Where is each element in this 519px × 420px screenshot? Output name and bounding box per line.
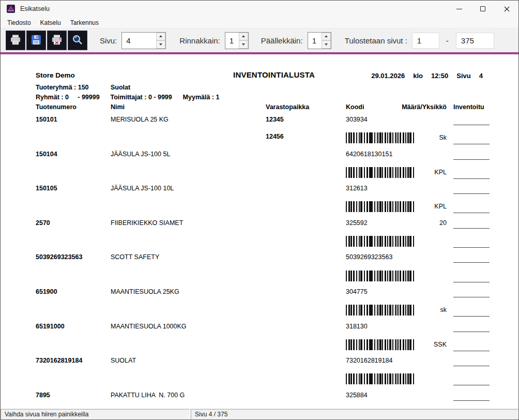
status-page-panel: Sivu 4 / 375: [191, 409, 518, 419]
report-group-label: Tuoteryhmä : 150: [36, 84, 89, 91]
window-title: Esikatselu: [20, 5, 50, 12]
quantity-unit: SSK: [367, 341, 447, 348]
print-range-label: Tulostetaan sivut :: [345, 36, 407, 45]
quantity-unit: 20: [367, 219, 447, 227]
print-setup-button[interactable]: [47, 31, 67, 50]
report-group-name: Suolat: [111, 84, 130, 91]
product-code: 325884: [346, 392, 368, 399]
inventory-writing-line: [453, 282, 490, 282]
stacked-spinner: [308, 32, 331, 49]
toolbar: Sivu: Rinnakkain: Päällekkäin: Tuloste: [1, 28, 518, 52]
page-spin-down-icon[interactable]: [156, 40, 165, 49]
page-spin-up-icon[interactable]: [156, 33, 165, 41]
inventory-writing-line: [453, 385, 490, 385]
parallel-input[interactable]: [225, 33, 239, 49]
inventory-writing-line: [453, 193, 490, 194]
floppy-disk-icon: [30, 34, 42, 48]
report-row: 12456Sk: [36, 132, 518, 149]
report-row: 150104JÄÄSULA JS-100 5L6420618130151: [36, 150, 518, 167]
inventory-writing-line: [453, 351, 490, 351]
report-row: KPL: [36, 167, 518, 184]
product-name: MERISUOLA 25 KG: [111, 116, 169, 123]
report-row: 7320162819184SUOLAT7320162819184: [36, 356, 518, 373]
status-page-text: Sivu 4 / 375: [195, 411, 227, 418]
quantity-unit: KPL: [367, 203, 447, 210]
zoom-button[interactable]: [68, 31, 87, 50]
report-page: Store Demo INVENTOINTIALUSTA 29.01.2026 …: [1, 54, 518, 408]
inventory-writing-line: [453, 262, 490, 263]
inventory-writing-line: [453, 366, 490, 366]
statusbar: Vaihda sivua hiiren painikkeilla Sivu 4 …: [1, 408, 518, 419]
product-number: 7320162819184: [36, 357, 82, 364]
maximize-icon[interactable]: [471, 1, 495, 17]
report-row: SSK: [36, 339, 518, 356]
storage-location: 12345: [266, 116, 284, 123]
menu-tiedosto[interactable]: Tiedosto: [3, 17, 36, 28]
product-number: 7895: [36, 392, 50, 399]
product-name: JÄÄSULA JS-100 10L: [111, 185, 174, 192]
stacked-label: Päällekkäin:: [261, 36, 303, 45]
product-name: PAKATTU LIHA N. 700 G: [111, 392, 185, 399]
preview-area[interactable]: Store Demo INVENTOINTIALUSTA 29.01.2026 …: [1, 54, 518, 408]
col-koodi: Koodi: [346, 103, 364, 111]
report-row: sk: [36, 305, 518, 322]
parallel-spin-down-icon[interactable]: [239, 40, 248, 49]
report-row: 651900MAANTIESUOLA 25KG304775: [36, 288, 518, 305]
report-row: KPL: [36, 201, 518, 218]
report-row: 2570FIIBERIKIEKKO SIAMET32559220: [36, 219, 518, 236]
stacked-spin-down-icon[interactable]: [322, 40, 331, 49]
save-button[interactable]: [26, 31, 46, 50]
col-inventoitu: Inventoitu: [453, 103, 484, 111]
parallel-spin-up-icon[interactable]: [239, 33, 248, 41]
report-page-label: Sivu: [456, 72, 470, 80]
menu-tarkennus[interactable]: Tarkennus: [66, 17, 103, 28]
product-code: 325592: [346, 219, 368, 227]
product-code: 312613: [346, 185, 368, 192]
range-separator: -: [446, 36, 449, 45]
product-code: 304775: [346, 288, 368, 295]
minimize-icon[interactable]: [447, 1, 471, 17]
col-nimi: Nimi: [111, 103, 125, 111]
menu-katselu[interactable]: Katselu: [36, 17, 66, 28]
barcode-icon: [346, 271, 414, 281]
inventory-writing-line: [453, 125, 490, 125]
printer-icon: [9, 34, 22, 48]
report-row: [36, 271, 518, 288]
product-code: 7320162819184: [346, 357, 392, 364]
stacked-input[interactable]: [308, 33, 322, 49]
product-name: SCOTT SAFETY: [111, 253, 159, 261]
status-hint-text: Vaihda sivua hiiren painikkeilla: [5, 411, 89, 418]
barcode-icon: [346, 236, 414, 247]
report-group-line: Tuoteryhmä : 150 Suolat: [36, 84, 518, 92]
range-from-input[interactable]: [412, 33, 439, 49]
report-page-number: 4: [479, 72, 483, 80]
stacked-spin-up-icon[interactable]: [322, 33, 331, 41]
page-number-input[interactable]: [122, 33, 156, 49]
quantity-unit: sk: [367, 306, 447, 313]
range-to-input[interactable]: [456, 33, 494, 49]
report-filters-line: Ryhmät : 0 - 99999 Toimittajat : 0 - 999…: [36, 94, 219, 101]
report-row: [36, 236, 518, 253]
product-number: 150104: [36, 151, 57, 158]
col-varastopaikka: Varastopaikka: [266, 103, 309, 111]
col-maara-yksikko: Määrä/Yksikkö: [367, 103, 447, 111]
report-row: 7895PAKATTU LIHA N. 700 G325884: [36, 391, 518, 408]
report-date: 29.01.2026: [371, 72, 405, 80]
report-time-label: klo: [413, 72, 423, 80]
product-name: FIIBERIKIEKKO SIAMET: [111, 219, 183, 227]
inventory-writing-line: [453, 316, 490, 317]
close-icon[interactable]: [495, 1, 518, 17]
product-number: 150101: [36, 116, 57, 123]
product-code: 318130: [346, 323, 368, 330]
inventory-writing-line: [453, 228, 490, 229]
menubar: Tiedosto Katselu Tarkennus: [1, 17, 518, 28]
product-number: 2570: [36, 219, 50, 227]
report-column-headers: Tuotenumero Nimi Varastopaikka Koodi Mää…: [36, 103, 518, 112]
product-name: JÄÄSULA JS-100 5L: [111, 151, 170, 158]
report-row: 150101MERISUOLA 25 KG12345303934: [36, 115, 518, 132]
print-button[interactable]: [6, 31, 25, 50]
inventory-writing-line: [453, 297, 490, 297]
magnifier-icon: [71, 34, 84, 48]
app-window: Esikatselu Tiedosto Katselu Tarkennus: [0, 0, 519, 420]
status-hint-panel: Vaihda sivua hiiren painikkeilla: [1, 409, 190, 419]
